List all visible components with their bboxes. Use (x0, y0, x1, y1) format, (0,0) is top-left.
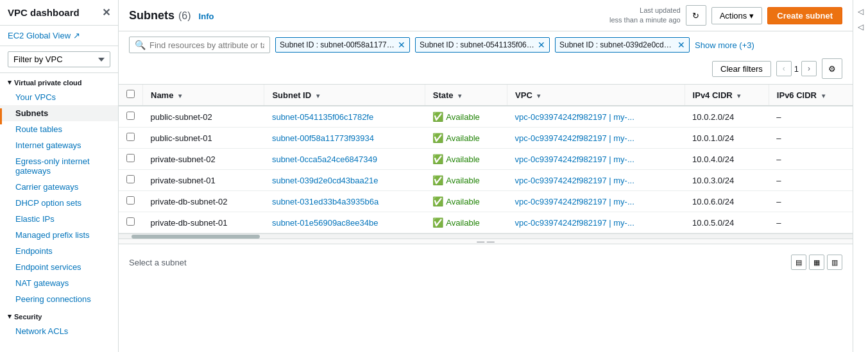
sort-ipv4-icon: ▾ (737, 92, 740, 99)
select-all-checkbox[interactable] (126, 90, 135, 98)
row-checkbox-cell-2[interactable] (119, 149, 143, 170)
table-row: private-subnet-01 subnet-039d2e0cd43baa2… (119, 170, 853, 191)
col-ipv4[interactable]: IPv4 CIDR ▾ (685, 85, 769, 106)
row-checkbox-cell-1[interactable] (119, 128, 143, 149)
col-name[interactable]: Name ▾ (143, 85, 264, 106)
create-subnet-button[interactable]: Create subnet (767, 7, 842, 24)
available-icon-2: ✅ (432, 154, 443, 164)
filter-tag-close-1[interactable]: ✕ (398, 40, 405, 50)
row-checkbox-1[interactable] (126, 133, 135, 141)
filter-by-vpc-select[interactable]: Filter by VPC (8, 51, 110, 67)
filter-tag-close-3[interactable]: ✕ (677, 40, 685, 50)
col-ipv6[interactable]: IPv6 CIDR ▾ (769, 85, 853, 106)
col-vpc[interactable]: VPC ▾ (507, 85, 685, 106)
col-state[interactable]: State ▾ (425, 85, 507, 106)
actions-button[interactable]: Actions ▾ (711, 7, 763, 24)
row-subnet-id-1[interactable]: subnet-00f58a11773f93934 (264, 128, 425, 149)
sidebar-item-subnets[interactable]: Subnets (0, 105, 118, 121)
row-subnet-id-5[interactable]: subnet-01e56909ac8ee34be (264, 212, 425, 233)
row-ipv6-3: – (769, 170, 853, 191)
sidebar-item-egress-only[interactable]: Egress-only internet gateways (0, 153, 118, 179)
row-checkbox-2[interactable] (126, 154, 135, 162)
prev-page-button[interactable]: ‹ (776, 61, 792, 76)
sidebar-item-endpoint-services[interactable]: Endpoint services (0, 259, 118, 275)
info-link[interactable]: Info (199, 12, 214, 21)
sidebar-item-nat-gateways[interactable]: NAT gateways (0, 275, 118, 291)
close-icon[interactable]: ✕ (102, 6, 110, 19)
row-subnet-id-3[interactable]: subnet-039d2e0cd43baa21e (264, 170, 425, 191)
sidebar-item-network-acls[interactable]: Network ACLs (0, 323, 118, 339)
row-subnet-id-4[interactable]: subnet-031ed33b4a3935b6a (264, 191, 425, 212)
detail-panel: — — Select a subnet ▤ ▦ ▥ (119, 239, 853, 352)
row-vpc-3[interactable]: vpc-0c93974242f982197 | my-... (507, 170, 685, 191)
sidebar-item-carrier-gateways[interactable]: Carrier gateways (0, 179, 118, 195)
detail-panel-icons: ▤ ▦ ▥ (791, 255, 842, 270)
last-updated: Last updated less than a minute ago (609, 6, 681, 26)
edge-icon-1[interactable]: ◁ (855, 5, 867, 18)
row-vpc-4[interactable]: vpc-0c93974242f982197 | my-... (507, 191, 685, 212)
row-name-1: public-subnet-01 (143, 128, 264, 149)
page-number: 1 (794, 64, 799, 74)
sort-name-icon: ▾ (178, 92, 182, 99)
row-vpc-1[interactable]: vpc-0c93974242f982197 | my-... (507, 128, 685, 149)
page-title: Subnets (129, 9, 174, 22)
clear-filters-button[interactable]: Clear filters (712, 61, 771, 77)
filter-tag-close-2[interactable]: ✕ (538, 40, 545, 50)
row-name-5: private-db-subnet-01 (143, 212, 264, 233)
detail-icon-3[interactable]: ▥ (827, 255, 842, 270)
sidebar-ec2-link[interactable]: EC2 Global View ↗ (0, 26, 118, 46)
row-checkbox-0[interactable] (126, 112, 135, 120)
row-checkbox-cell-5[interactable] (119, 212, 143, 233)
refresh-button[interactable]: ↻ (686, 5, 706, 26)
show-more-filters[interactable]: Show more (+3) (695, 40, 754, 50)
sort-subnet-id-icon: ▾ (316, 92, 319, 99)
sidebar: VPC dashboard ✕ EC2 Global View ↗ Filter… (0, 0, 119, 352)
select-all-header[interactable] (119, 85, 143, 106)
row-checkbox-3[interactable] (126, 175, 135, 183)
scroll-thumb[interactable] (132, 235, 260, 239)
row-subnet-id-2[interactable]: subnet-0cca5a24ce6847349 (264, 149, 425, 170)
row-checkbox-cell-4[interactable] (119, 191, 143, 212)
row-checkbox-cell-0[interactable] (119, 106, 143, 128)
row-state-0: ✅ Available (425, 106, 507, 128)
next-page-button[interactable]: › (801, 61, 817, 76)
row-name-2: private-subnet-02 (143, 149, 264, 170)
row-vpc-0[interactable]: vpc-0c93974242f982197 | my-... (507, 106, 685, 128)
edge-icon-2[interactable]: ◁ (855, 21, 867, 33)
row-checkbox-4[interactable] (126, 196, 135, 205)
detail-panel-body: Select a subnet ▤ ▦ ▥ (119, 244, 853, 280)
sidebar-item-managed-prefix-lists[interactable]: Managed prefix lists (0, 227, 118, 243)
search-input[interactable] (149, 40, 264, 50)
sidebar-item-peering-connections[interactable]: Peering connections (0, 291, 118, 307)
resize-handle[interactable]: — — (119, 239, 853, 244)
vpc-section-label[interactable]: ▾ Virtual private cloud (0, 73, 118, 89)
settings-button[interactable]: ⚙ (822, 58, 842, 79)
row-subnet-id-0[interactable]: subnet-0541135f06c1782fe (264, 106, 425, 128)
sidebar-item-your-vpcs[interactable]: Your VPCs (0, 89, 118, 105)
main-content: Subnets (6) Info Last updated less than … (119, 0, 853, 352)
subnet-table-container: Name ▾ Subnet ID ▾ State ▾ VPC ▾ (119, 85, 853, 239)
row-name-0: public-subnet-02 (143, 106, 264, 128)
row-vpc-5[interactable]: vpc-0c93974242f982197 | my-... (507, 212, 685, 233)
security-section-label[interactable]: ▾ Security (0, 307, 118, 323)
detail-icon-2[interactable]: ▦ (809, 255, 824, 270)
sidebar-item-dhcp-option-sets[interactable]: DHCP option sets (0, 195, 118, 211)
row-state-1: ✅ Available (425, 128, 507, 149)
row-checkbox-cell-3[interactable] (119, 170, 143, 191)
sidebar-item-route-tables[interactable]: Route tables (0, 121, 118, 137)
sort-vpc-icon: ▾ (537, 92, 540, 99)
sidebar-item-endpoints[interactable]: Endpoints (0, 243, 118, 259)
row-name-4: private-db-subnet-02 (143, 191, 264, 212)
subnet-table: Name ▾ Subnet ID ▾ State ▾ VPC ▾ (119, 85, 853, 233)
subnet-count: (6) (178, 10, 191, 22)
sidebar-item-internet-gateways[interactable]: Internet gateways (0, 137, 118, 153)
sort-state-icon: ▾ (458, 92, 461, 99)
sidebar-item-elastic-ips[interactable]: Elastic IPs (0, 211, 118, 227)
row-checkbox-5[interactable] (126, 217, 135, 226)
row-state-5: ✅ Available (425, 212, 507, 233)
horizontal-scrollbar[interactable] (119, 233, 853, 239)
row-ipv4-5: 10.0.5.0/24 (685, 212, 769, 233)
col-subnet-id[interactable]: Subnet ID ▾ (264, 85, 425, 106)
row-vpc-2[interactable]: vpc-0c93974242f982197 | my-... (507, 149, 685, 170)
detail-icon-1[interactable]: ▤ (791, 255, 806, 270)
